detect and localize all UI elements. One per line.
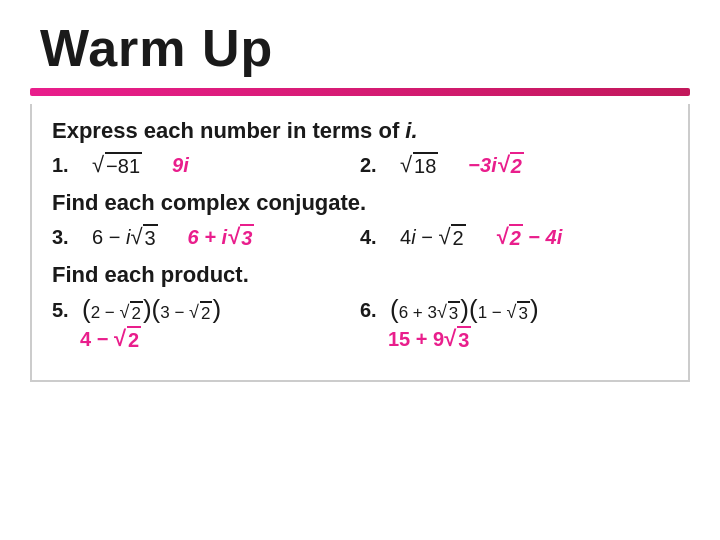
prob6-expr: (6 + 3√3)(1 − √3) [390,296,539,324]
prob1-sqrt: √−81 [92,152,142,178]
problem-5-row: 5. (2 − √2)(3 − √2) [52,296,360,324]
prob2-answer: −3i√2 [468,152,524,178]
title-section: Warm Up [0,0,720,88]
prob1-num: 1. [52,154,82,177]
problem-1: 1. √−81 9i [52,152,360,178]
page-title: Warm Up [40,18,680,78]
prob6-lparen2: ( [469,294,478,324]
page: Warm Up Express each number in terms of … [0,0,720,540]
prob3-num: 3. [52,226,82,249]
prob6-num: 6. [360,299,390,322]
prob4-num: 4. [360,226,390,249]
prob3-expr: 6 − i√3 [92,224,158,250]
prob5-rparen2: ) [212,294,221,324]
prob5-num: 5. [52,299,82,322]
section1: Express each number in terms of i. 1. √−… [52,118,668,178]
prob1-expr: √−81 [92,152,142,178]
prob4-expr: 4i − √2 [400,224,466,250]
prob4-answer: √2 − 4i [496,224,563,250]
prob5-lparen1: ( [82,294,91,324]
prob2-sqrt: √ 18 [400,152,438,178]
accent-bar [30,88,690,96]
prob3-answer: 6 + i√3 [188,224,255,250]
problem-2: 2. √ 18 −3i√2 [360,152,668,178]
problem-6-row: 6. (6 + 3√3)(1 − √3) [360,296,668,324]
prob6-lparen1: ( [390,294,399,324]
section1-header: Express each number in terms of i. [52,118,668,144]
section3-header: Find each product. [52,262,668,288]
prob6-rparen2: ) [530,294,539,324]
prob6-rparen1: ) [460,294,469,324]
section2-problems: 3. 6 − i√3 6 + i√3 4. 4i − √2 √2 − [52,224,668,250]
problem-5-col: 5. (2 − √2)(3 − √2) 4 − √2 [52,296,360,352]
section3: Find each product. 5. (2 − √2)(3 − √2) 4… [52,262,668,352]
prob5-answer: 4 − √2 [80,326,360,352]
problem-3: 3. 6 − i√3 6 + i√3 [52,224,360,250]
prob2-num: 2. [360,154,390,177]
prob2-expr: √ 18 [400,152,438,178]
prob1-answer: 9i [172,154,189,177]
section2-header: Find each complex conjugate. [52,190,668,216]
prob5-expr: (2 − √2)(3 − √2) [82,296,221,324]
prob5-lparen2: ( [152,294,161,324]
section2: Find each complex conjugate. 3. 6 − i√3 … [52,190,668,250]
section1-problems: 1. √−81 9i 2. √ 18 [52,152,668,178]
problem-4: 4. 4i − √2 √2 − 4i [360,224,668,250]
problem-6-col: 6. (6 + 3√3)(1 − √3) 15 + 9√3 [360,296,668,352]
content-box: Express each number in terms of i. 1. √−… [30,104,690,382]
section3-problems: 5. (2 − √2)(3 − √2) 4 − √2 6. [52,296,668,352]
prob5-rparen1: ) [143,294,152,324]
prob6-answer: 15 + 9√3 [388,326,668,352]
